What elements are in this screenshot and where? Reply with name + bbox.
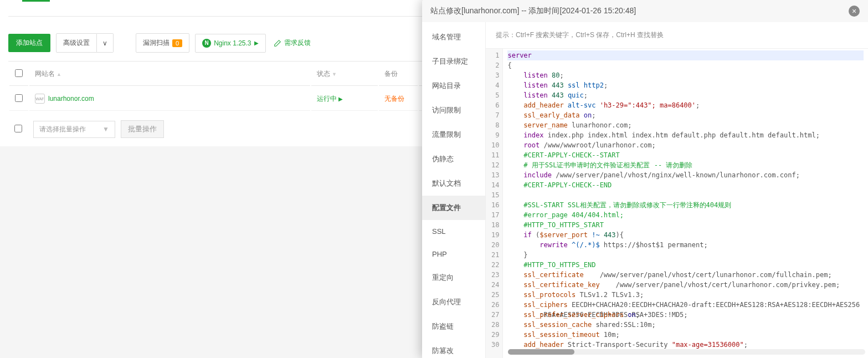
sidebar-item[interactable]: PHP — [422, 243, 485, 265]
horizontal-scrollbar[interactable] — [508, 349, 865, 355]
modal-overlay: 站点修改[lunarhonor.com] -- 添加时间[2024-01-26 … — [0, 0, 868, 358]
modal-title: 站点修改[lunarhonor.com] -- 添加时间[2024-01-26 … — [430, 6, 636, 16]
code-editor[interactable]: 1234567891011121314151617181920212223242… — [486, 48, 868, 358]
modal-header[interactable]: 站点修改[lunarhonor.com] -- 添加时间[2024-01-26 … — [422, 0, 868, 22]
sidebar-item[interactable]: 伪静态 — [422, 147, 485, 171]
sidebar-item[interactable]: 域名管理 — [422, 25, 485, 49]
sidebar-item[interactable]: 反向代理 — [422, 290, 485, 314]
sidebar-item[interactable]: 默认文档 — [422, 171, 485, 196]
sidebar-item[interactable]: 网站目录 — [422, 74, 485, 98]
site-edit-modal: 站点修改[lunarhonor.com] -- 添加时间[2024-01-26 … — [422, 0, 868, 358]
sidebar-item[interactable]: 防篡改 — [422, 339, 485, 358]
sidebar-item[interactable]: 流量限制 — [422, 122, 485, 147]
modal-sidebar: 域名管理子目录绑定网站目录访问限制流量限制伪静态默认文档配置文件SSLPHP重定… — [422, 22, 486, 358]
code-content[interactable]: server{ listen 80; listen 443 ssl http2;… — [503, 49, 868, 358]
sidebar-item[interactable]: SSL — [422, 220, 485, 243]
sidebar-item[interactable]: 访问限制 — [422, 98, 485, 122]
scrollbar-thumb[interactable] — [508, 349, 574, 355]
line-gutter: 1234567891011121314151617181920212223242… — [486, 49, 503, 358]
sidebar-item[interactable]: 配置文件 — [422, 196, 485, 220]
sidebar-item[interactable]: 子目录绑定 — [422, 49, 485, 74]
close-icon[interactable]: × — [849, 6, 860, 17]
sidebar-item[interactable]: 防盗链 — [422, 314, 485, 339]
editor-hint: 提示：Ctrl+F 搜索关键字，Ctrl+S 保存，Ctrl+H 查找替换 — [486, 22, 868, 48]
sidebar-item[interactable]: 重定向 — [422, 265, 485, 290]
